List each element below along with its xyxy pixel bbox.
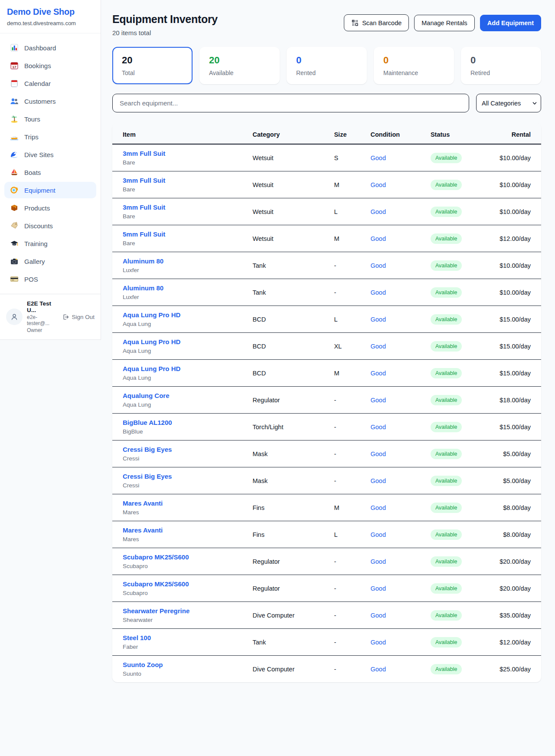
shop-domain: demo.test.divestreams.com xyxy=(7,20,94,26)
sidebar-item-bookings[interactable]: Bookings xyxy=(4,57,96,74)
sidebar-item-customers[interactable]: Customers xyxy=(4,93,96,109)
sidebar-item-trips[interactable]: Trips xyxy=(4,128,96,145)
item-category: Mask xyxy=(248,467,329,494)
item-condition-link[interactable]: Good xyxy=(371,316,386,323)
item-name-link[interactable]: Cressi Big Eyes xyxy=(123,473,242,480)
sidebar-item-label: Gallery xyxy=(24,258,45,265)
item-name-link[interactable]: Aqua Lung Pro HD xyxy=(123,311,242,319)
item-condition-link[interactable]: Good xyxy=(371,343,386,350)
stat-card-maintenance[interactable]: 0 Maintenance xyxy=(374,47,454,84)
item-condition-link[interactable]: Good xyxy=(371,585,386,592)
item-size: M xyxy=(329,171,365,198)
item-brand: Luxfer xyxy=(123,267,242,273)
item-name-link[interactable]: Aluminum 80 xyxy=(123,284,242,292)
item-name-link[interactable]: 3mm Full Suit xyxy=(123,150,242,157)
item-size: - xyxy=(329,467,365,494)
item-name-link[interactable]: 5mm Full Suit xyxy=(123,230,242,238)
item-rental-rate: $15.00/day xyxy=(500,424,531,431)
item-condition-link[interactable]: Good xyxy=(371,504,386,511)
item-brand: Bare xyxy=(123,213,242,220)
stat-card-retired[interactable]: 0 Retired xyxy=(461,47,541,84)
item-rental-rate: $10.00/day xyxy=(500,208,531,215)
item-rental-rate: $18.00/day xyxy=(500,397,531,404)
item-condition-link[interactable]: Good xyxy=(371,531,386,538)
manage-rentals-button[interactable]: Manage Rentals xyxy=(414,15,475,31)
search-input[interactable] xyxy=(112,94,469,112)
table-row: Scubapro MK25/S600 Scubapro Regulator - … xyxy=(112,548,541,575)
item-size: - xyxy=(329,414,365,440)
item-name-link[interactable]: 3mm Full Suit xyxy=(123,177,242,184)
table-row: Aqualung Core Aqua Lung Regulator - Good… xyxy=(112,387,541,414)
item-rental-rate: $35.00/day xyxy=(500,612,531,619)
item-condition-link[interactable]: Good xyxy=(371,289,386,296)
category-select[interactable]: All Categories xyxy=(476,94,541,112)
sidebar-item-pos[interactable]: POS xyxy=(4,271,96,287)
item-name-link[interactable]: Scubapro MK25/S600 xyxy=(123,580,242,588)
item-condition-link[interactable]: Good xyxy=(371,424,386,431)
item-condition-link[interactable]: Good xyxy=(371,235,386,242)
scan-barcode-button[interactable]: Scan Barcode xyxy=(344,14,409,31)
sidebar-item-boats[interactable]: Boats xyxy=(4,164,96,181)
stat-label: Total xyxy=(122,69,183,76)
item-condition-link[interactable]: Good xyxy=(371,450,386,457)
item-condition-link[interactable]: Good xyxy=(371,208,386,215)
sidebar-item-calendar[interactable]: Calendar xyxy=(4,75,96,92)
item-category: Regulator xyxy=(248,575,329,602)
item-name-link[interactable]: 3mm Full Suit xyxy=(123,204,242,211)
stat-card-total[interactable]: 20 Total xyxy=(112,47,193,84)
item-category: Regulator xyxy=(248,387,329,414)
item-brand: Aqua Lung xyxy=(123,375,242,381)
sign-out-button[interactable]: Sign Out xyxy=(62,313,95,321)
item-condition-link[interactable]: Good xyxy=(371,477,386,484)
item-condition-link[interactable]: Good xyxy=(371,397,386,404)
sidebar-item-gallery[interactable]: Gallery xyxy=(4,253,96,270)
item-condition-link[interactable]: Good xyxy=(371,639,386,646)
status-badge: Available xyxy=(431,529,462,540)
item-name-link[interactable]: Suunto Zoop xyxy=(123,661,242,668)
item-name-link[interactable]: Aluminum 80 xyxy=(123,257,242,265)
item-name-link[interactable]: Cressi Big Eyes xyxy=(123,446,242,453)
dive-mask-icon xyxy=(10,186,19,194)
item-condition-link[interactable]: Good xyxy=(371,612,386,619)
item-name-link[interactable]: Steel 100 xyxy=(123,634,242,641)
add-equipment-button[interactable]: Add Equipment xyxy=(480,15,541,31)
item-condition-link[interactable]: Good xyxy=(371,558,386,565)
item-condition-link[interactable]: Good xyxy=(371,181,386,188)
item-name-link[interactable]: Aqua Lung Pro HD xyxy=(123,365,242,372)
item-name-link[interactable]: Shearwater Peregrine xyxy=(123,607,242,615)
user-info: E2E Test U... e2e-tester@... Owner xyxy=(27,300,57,333)
item-condition-link[interactable]: Good xyxy=(371,666,386,673)
stat-card-rented[interactable]: 0 Rented xyxy=(287,47,367,84)
table-row: Aqua Lung Pro HD Aqua Lung BCD L Good Av… xyxy=(112,306,541,333)
stat-card-available[interactable]: 20 Available xyxy=(199,47,280,84)
item-name-link[interactable]: Aqua Lung Pro HD xyxy=(123,338,242,345)
item-name-link[interactable]: Scubapro MK25/S600 xyxy=(123,553,242,561)
avatar xyxy=(6,309,23,325)
item-condition-link[interactable]: Good xyxy=(371,154,386,161)
item-size: L xyxy=(329,198,365,225)
sidebar-item-dashboard[interactable]: Dashboard xyxy=(4,39,96,56)
sidebar-item-discounts[interactable]: Discounts xyxy=(4,217,96,234)
item-name-link[interactable]: Mares Avanti xyxy=(123,526,242,534)
stat-label: Available xyxy=(209,69,270,76)
item-brand: Mares xyxy=(123,509,242,516)
item-size: - xyxy=(329,279,365,306)
table-row: Aluminum 80 Luxfer Tank - Good Available… xyxy=(112,279,541,306)
sidebar-item-tours[interactable]: Tours xyxy=(4,111,96,127)
sidebar-item-products[interactable]: Products xyxy=(4,200,96,216)
sidebar-item-label: POS xyxy=(24,276,38,283)
item-name-link[interactable]: Aqualung Core xyxy=(123,392,242,399)
status-badge: Available xyxy=(431,207,462,217)
item-condition-link[interactable]: Good xyxy=(371,370,386,377)
item-category: Wetsuit xyxy=(248,171,329,198)
page-header-titles: Equipment Inventory 20 items total xyxy=(112,13,218,36)
sidebar-item-training[interactable]: Training xyxy=(4,235,96,252)
item-name-link[interactable]: BigBlue AL1200 xyxy=(123,419,242,426)
sidebar-item-dive-sites[interactable]: Dive Sites xyxy=(4,146,96,163)
header-actions: Scan Barcode Manage Rentals Add Equipmen… xyxy=(344,13,541,31)
sidebar-item-equipment[interactable]: Equipment xyxy=(4,182,96,198)
item-name-link[interactable]: Mares Avanti xyxy=(123,500,242,507)
column-header-status: Status xyxy=(425,123,485,144)
item-condition-link[interactable]: Good xyxy=(371,262,386,269)
column-header-category: Category xyxy=(248,123,329,144)
